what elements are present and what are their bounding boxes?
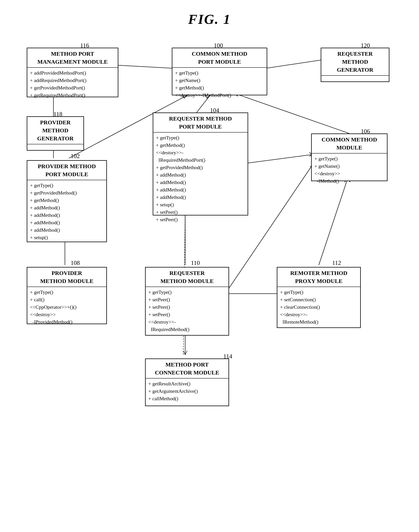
- common-method-module-title: COMMON METHODMODULE: [312, 134, 387, 153]
- svg-line-4: [111, 65, 179, 69]
- ref-102: 102: [71, 153, 80, 160]
- requester-method-port-box: REQUESTER METHODPORT MODULE + getType() …: [153, 112, 248, 215]
- common-method-module-body: + getType() + getName() <<destroy>> -IMe…: [312, 153, 387, 186]
- remoter-method-proxy-body: + getType() + setConnection() + clearCon…: [277, 287, 360, 327]
- svg-line-9: [240, 154, 313, 164]
- page-title: FIG. 1: [0, 0, 419, 27]
- provider-method-generator-title: PROVIDERMETHODGENERATOR: [27, 117, 83, 144]
- requester-method-port-title: REQUESTER METHODPORT MODULE: [153, 113, 248, 133]
- provider-method-module-box: PROVIDERMETHOD MODULE + getType() + call…: [27, 267, 107, 324]
- requester-method-port-body: + getType() + getMethod() <<destory>>- I…: [153, 133, 248, 225]
- provider-method-module-body: + getType() + call() <<CppOperator>>+()(…: [27, 287, 106, 327]
- method-port-management-body: + addProvidedMethodPort() + addRequiredM…: [27, 68, 118, 100]
- provider-method-generator-box: PROVIDERMETHODGENERATOR: [27, 116, 84, 151]
- svg-line-16: [319, 179, 347, 265]
- provider-method-module-title: PROVIDERMETHOD MODULE: [27, 268, 106, 287]
- provider-method-port-body: + getType() + getProvidedMethod() + getM…: [27, 180, 106, 243]
- requester-method-module-box: REQUESTERMETHOD MODULE + getType() + set…: [145, 267, 229, 336]
- provider-method-port-box: PROVIDER METHODPORT MODULE + getType() +…: [27, 160, 107, 242]
- ref-112: 112: [332, 259, 341, 266]
- svg-marker-22: [183, 351, 187, 355]
- common-method-port-module-box: COMMON METHODPORT MODULE + getType() + g…: [172, 48, 267, 95]
- requester-method-generator-title: REQUESTERMETHODGENERATOR: [321, 48, 389, 76]
- method-port-management-title: METHOD PORTMANAGEMENT MODULE: [27, 48, 118, 68]
- remoter-method-proxy-title: REMOTER METHODPROXY MODULE: [277, 268, 360, 287]
- common-method-port-module-body: + getType() + getName() + getMethod() <<…: [172, 68, 267, 100]
- ref-108: 108: [71, 259, 80, 266]
- svg-line-5: [263, 60, 321, 69]
- common-method-port-module-title: COMMON METHODPORT MODULE: [172, 48, 267, 68]
- method-port-connector-title: METHOD PORTCONNECTOR MODULE: [146, 359, 228, 379]
- requester-method-generator-box: REQUESTERMETHODGENERATOR: [321, 48, 389, 82]
- ref-110: 110: [191, 259, 200, 266]
- requester-method-module-title: REQUESTERMETHOD MODULE: [146, 268, 228, 287]
- method-port-connector-box: METHOD PORTCONNECTOR MODULE + getResultA…: [145, 359, 229, 406]
- requester-method-module-body: + getType() + setPeer() + setPeer() + se…: [146, 287, 228, 335]
- provider-method-port-title: PROVIDER METHODPORT MODULE: [27, 161, 106, 180]
- method-port-connector-body: + getResultArchive() + getArgumentArchiv…: [146, 379, 228, 404]
- common-method-module-box: COMMON METHODMODULE + getType() + getNam…: [311, 134, 388, 181]
- method-port-management-box: METHOD PORTMANAGEMENT MODULE + addProvid…: [27, 48, 118, 97]
- remoter-method-proxy-box: REMOTER METHODPROXY MODULE + getType() +…: [277, 267, 361, 328]
